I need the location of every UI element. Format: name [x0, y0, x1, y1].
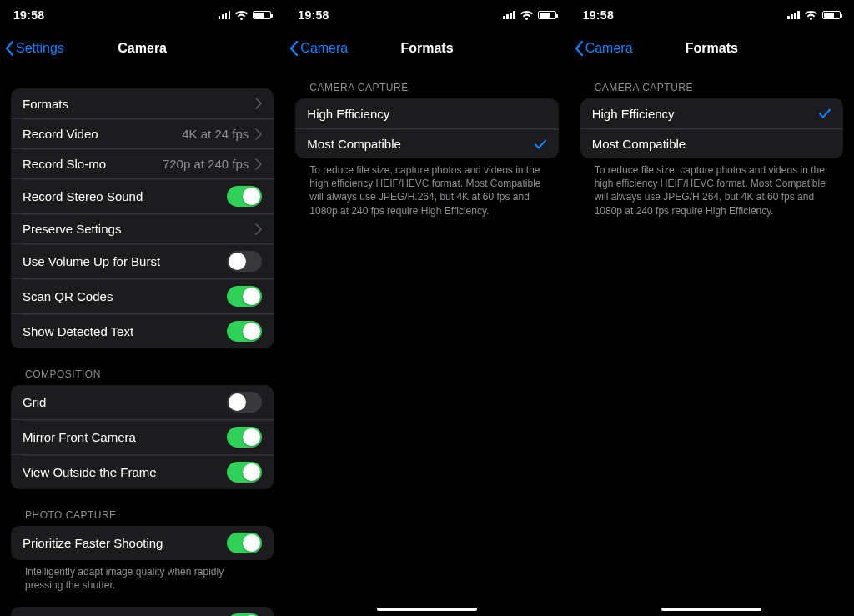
chevron-left-icon — [5, 41, 14, 56]
checkmark-icon — [818, 107, 831, 120]
section-header-composition: COMPOSITION — [0, 368, 284, 385]
status-time: 19:58 — [298, 8, 329, 22]
row-label: Record Slo-mo — [23, 157, 163, 171]
nav-bar: Camera Formats — [570, 30, 854, 67]
group-smart-hdr: Smart HDR — [11, 607, 274, 616]
back-button[interactable]: Camera — [575, 41, 633, 56]
row-detected-text[interactable]: Show Detected Text — [11, 313, 274, 348]
back-label: Settings — [16, 41, 64, 56]
back-button[interactable]: Settings — [5, 41, 64, 56]
row-label: Record Stereo Sound — [23, 189, 227, 203]
status-bar: 19:58 — [284, 0, 569, 30]
row-label: Formats — [23, 97, 255, 111]
row-grid[interactable]: Grid — [11, 385, 274, 419]
toggle-detected-text[interactable] — [227, 321, 262, 342]
home-indicator[interactable] — [377, 608, 477, 611]
group-formats-options: High Efficiency Most Compatible — [580, 98, 843, 158]
row-high-efficiency[interactable]: High Efficiency — [295, 98, 558, 128]
row-record-slomo[interactable]: Record Slo-mo 720p at 240 fps — [11, 148, 274, 178]
row-label: Use Volume Up for Burst — [23, 254, 227, 268]
row-prioritize-faster[interactable]: Prioritize Faster Shooting — [11, 526, 274, 560]
row-preserve-settings[interactable]: Preserve Settings — [11, 213, 274, 243]
row-detail: 4K at 24 fps — [182, 127, 249, 141]
battery-icon — [822, 11, 841, 19]
back-label: Camera — [585, 41, 633, 56]
row-smart-hdr[interactable]: Smart HDR — [11, 607, 274, 616]
status-bar: 19:58 — [0, 0, 284, 30]
nav-bar: Settings Camera — [0, 30, 284, 67]
row-label: High Efficiency — [592, 107, 818, 121]
checkmark-icon — [534, 138, 547, 151]
row-label: Most Compatible — [592, 137, 831, 151]
row-label: Grid — [23, 395, 227, 409]
row-label: Record Video — [23, 127, 182, 141]
chevron-left-icon — [289, 41, 299, 56]
status-time: 19:58 — [583, 8, 614, 22]
chevron-right-icon — [255, 158, 262, 170]
battery-icon — [538, 11, 556, 19]
status-indicators — [503, 11, 556, 20]
back-button[interactable]: Camera — [289, 41, 348, 56]
row-most-compatible[interactable]: Most Compatible — [295, 128, 558, 158]
toggle-stereo-sound[interactable] — [227, 186, 262, 207]
toggle-view-outside-frame[interactable] — [227, 462, 262, 483]
row-most-compatible[interactable]: Most Compatible — [580, 128, 843, 158]
row-label: Prioritize Faster Shooting — [23, 536, 227, 550]
row-view-outside-frame[interactable]: View Outside the Frame — [11, 454, 274, 489]
group-formats-options: High Efficiency Most Compatible — [295, 98, 558, 158]
nav-title: Camera — [118, 41, 167, 56]
row-formats[interactable]: Formats — [11, 88, 274, 118]
home-indicator[interactable] — [661, 608, 761, 611]
status-indicators — [219, 11, 272, 20]
row-detail: 720p at 240 fps — [163, 157, 249, 171]
pane-formats-most-compatible: 19:58 Camera Formats CAMERA CAPTURE High… — [284, 0, 569, 616]
toggle-volume-up-burst[interactable] — [227, 251, 262, 272]
back-label: Camera — [300, 41, 348, 56]
cellular-signal-icon — [219, 11, 231, 19]
toggle-prioritize-faster[interactable] — [227, 533, 262, 553]
pane-camera-settings: 19:58 Settings Camera Formats Record Vid… — [0, 0, 284, 616]
row-label: Show Detected Text — [23, 324, 227, 338]
row-label: High Efficiency — [307, 107, 546, 121]
pane-formats-high-efficiency: 19:58 Camera Formats CAMERA CAPTURE High… — [570, 0, 854, 616]
row-label: Most Compatible — [307, 137, 533, 151]
row-label: View Outside the Frame — [23, 465, 227, 479]
row-record-video[interactable]: Record Video 4K at 24 fps — [11, 118, 274, 148]
toggle-grid[interactable] — [227, 392, 262, 413]
status-indicators — [787, 11, 841, 20]
row-label: Preserve Settings — [23, 222, 255, 236]
row-high-efficiency[interactable]: High Efficiency — [580, 98, 843, 128]
status-bar: 19:58 — [570, 0, 854, 30]
group-photo-capture-1: Prioritize Faster Shooting — [11, 526, 274, 560]
row-scan-qr[interactable]: Scan QR Codes — [11, 278, 274, 313]
chevron-right-icon — [255, 128, 262, 140]
nav-title: Formats — [400, 41, 453, 56]
chevron-left-icon — [575, 41, 584, 56]
wifi-icon — [235, 11, 248, 20]
toggle-scan-qr[interactable] — [227, 286, 262, 307]
footer-formats: To reduce file size, capture photos and … — [284, 158, 569, 218]
group-main: Formats Record Video 4K at 24 fps Record… — [11, 88, 274, 348]
battery-icon — [253, 11, 271, 19]
row-stereo-sound[interactable]: Record Stereo Sound — [11, 178, 274, 213]
section-header-photo-capture: PHOTO CAPTURE — [0, 509, 284, 526]
cellular-signal-icon — [787, 11, 800, 19]
nav-title: Formats — [686, 41, 738, 56]
footer-prioritize-faster: Intelligently adapt image quality when r… — [0, 560, 284, 592]
footer-formats: To reduce file size, capture photos and … — [570, 158, 854, 218]
nav-bar: Camera Formats — [284, 30, 569, 67]
section-header-camera-capture: CAMERA CAPTURE — [570, 82, 854, 98]
wifi-icon — [520, 11, 533, 20]
group-composition: Grid Mirror Front Camera View Outside th… — [11, 385, 274, 489]
row-mirror-front[interactable]: Mirror Front Camera — [11, 419, 274, 454]
row-volume-up-burst[interactable]: Use Volume Up for Burst — [11, 243, 274, 278]
row-label: Mirror Front Camera — [23, 430, 227, 444]
chevron-right-icon — [255, 98, 262, 109]
toggle-mirror-front[interactable] — [227, 427, 262, 448]
status-time: 19:58 — [13, 8, 44, 22]
row-label: Scan QR Codes — [23, 289, 227, 303]
chevron-right-icon — [255, 223, 262, 235]
wifi-icon — [805, 11, 817, 20]
cellular-signal-icon — [503, 11, 515, 19]
section-header-camera-capture: CAMERA CAPTURE — [284, 82, 569, 98]
